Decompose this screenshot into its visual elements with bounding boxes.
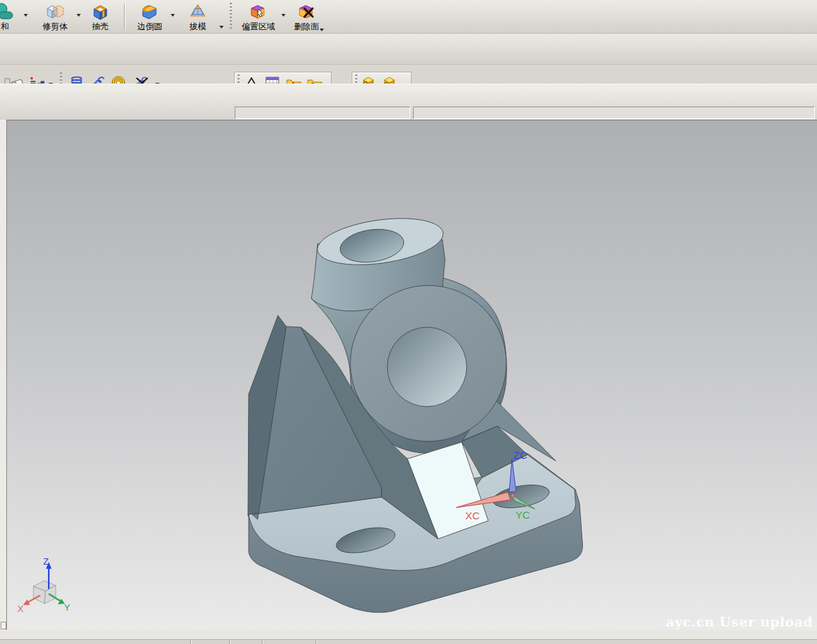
toolbar-grip[interactable] [230,3,232,31]
bracket-model[interactable] [248,212,582,613]
wcs-y-label: YC [515,509,530,521]
delete-face-icon [297,2,316,21]
nx-cad-window: { "window": { "app": "NX CAD modeling se… [0,0,817,644]
status-bar-fields [0,639,817,644]
view-z-label: Z [43,556,49,567]
blend-group-dropdown-arrow[interactable] [219,26,224,29]
view-y-label: Y [64,602,70,613]
offset-region-button[interactable]: 偏置区域 [235,2,281,33]
prompt-bar [235,107,410,119]
resource-bar-corner [1,622,6,629]
cylinder-bore[interactable] [387,327,467,407]
toolbar-features: 和 修剪体 [0,0,817,33]
view-triad[interactable]: Z X Y [17,556,70,614]
trim-body-button[interactable]: 修剪体 [32,2,78,33]
toolbar-snap [0,84,817,120]
trim-body-icon [46,2,65,21]
watermark: ayc.cn User upload [666,614,813,629]
offset-region-label: 偏置区域 [242,22,275,31]
view-x-label: X [17,604,24,614]
resource-bar-edge[interactable] [0,120,7,630]
wcs-x-label: XC [465,510,480,521]
status-prompt-bar [413,107,815,119]
status-field-divider [229,640,230,644]
model-scene[interactable]: ZC XC YC Z X Y [7,120,817,631]
shell-icon [91,2,109,21]
graphics-window[interactable]: ZC XC YC Z X Y ayc.cn User upload [7,120,817,630]
face-group-dropdown-arrow[interactable] [320,29,324,31]
toolbar-separator [124,3,125,30]
toolbar-tools [0,34,817,65]
unite-button[interactable]: 和 [0,2,22,33]
trim-body-dropdown-arrow[interactable] [77,14,81,17]
toolbar-dock: 和 修剪体 [0,0,817,120]
draft-button[interactable]: 拔模 [180,2,216,33]
shell-button[interactable]: 抽壳 [84,2,117,33]
edge-blend-icon [141,2,159,21]
draft-label: 拔模 [189,22,206,31]
delete-face-label: 删除面 [294,22,319,31]
unite-icon [0,2,14,21]
status-field-divider [262,640,263,644]
draft-icon [189,2,207,21]
unite-dropdown-arrow[interactable] [24,14,28,17]
status-bar [0,630,817,644]
offset-region-icon [249,2,268,21]
edge-blend-button[interactable]: 边倒圆 [130,2,170,33]
wcs-z-label: ZC [513,449,527,461]
wcs-origin[interactable] [511,494,515,498]
trim-body-label: 修剪体 [42,22,68,31]
status-field-divider [190,640,191,644]
unite-label: 和 [1,22,9,31]
status-field-divider [316,640,316,644]
edge-blend-dropdown-arrow[interactable] [171,14,175,17]
edge-blend-label: 边倒圆 [137,22,162,31]
shell-label: 抽壳 [92,22,109,31]
